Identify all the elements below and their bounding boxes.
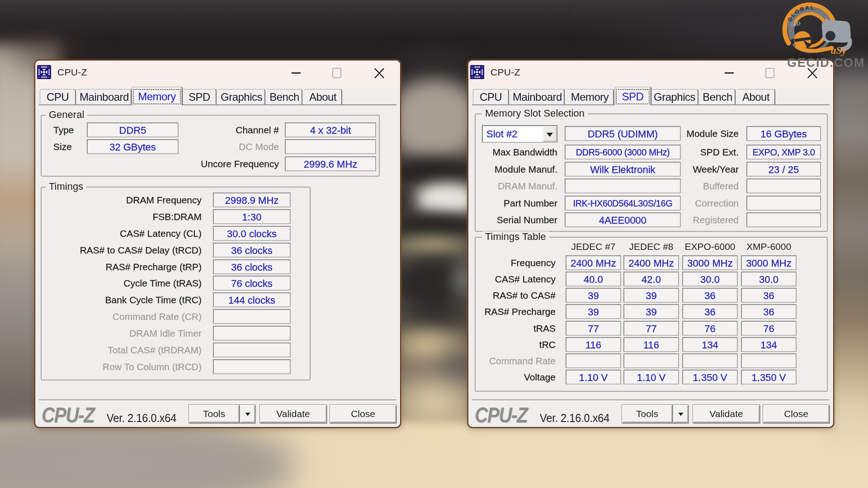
svg-text:mo: mo [790,18,802,28]
svg-text:aSy: aSy [831,45,847,56]
